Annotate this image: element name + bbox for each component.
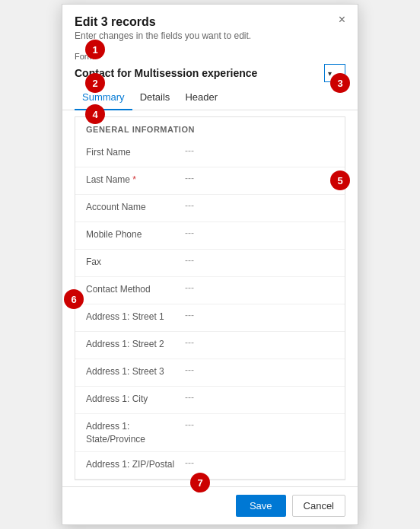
tab-header[interactable]: Header: [177, 87, 225, 110]
content-area: GENERAL INFORMATION First Name---Last Na…: [75, 116, 345, 480]
dialog-header: Edit 3 records Enter changes in the fiel…: [62, 5, 358, 46]
form-name: Contact for Multisession experience: [75, 67, 321, 79]
field-label: Address 1: ZIP/Postal: [86, 457, 185, 471]
table-row: First Name---: [75, 140, 345, 167]
annotation-1: 1: [85, 40, 105, 59]
dialog-subtitle: Enter changes in the fields you want to …: [75, 30, 345, 41]
tab-summary[interactable]: Summary: [75, 87, 132, 110]
tab-details[interactable]: Details: [132, 87, 178, 110]
field-label: Address 1: State/Province: [86, 419, 185, 446]
field-value[interactable]: ---: [185, 392, 334, 403]
table-row: Address 1: ZIP/Postal---: [75, 452, 345, 480]
required-indicator: *: [130, 174, 136, 185]
field-value[interactable]: ---: [185, 337, 334, 348]
annotation-3: 3: [330, 73, 350, 93]
annotation-2: 2: [85, 73, 105, 93]
dialog-footer: Save Cancel: [62, 486, 358, 524]
field-label: Account Name: [86, 200, 185, 214]
field-label: Last Name *: [86, 173, 185, 186]
cancel-button[interactable]: Cancel: [292, 495, 345, 517]
field-label: Mobile Phone: [86, 228, 185, 241]
dialog-title: Edit 3 records: [75, 15, 345, 29]
field-label: Fax: [86, 255, 185, 269]
form-section: Form: [62, 46, 358, 64]
annotation-7: 7: [190, 473, 210, 492]
field-value[interactable]: ---: [185, 365, 334, 375]
field-label: Address 1: City: [86, 392, 185, 406]
table-row: Address 1: Street 3---: [75, 359, 345, 387]
table-row: Account Name---: [75, 195, 345, 222]
page-wrapper: 1 2 3 4 5 6 7 Edit 3 records Enter chang…: [0, 0, 420, 529]
field-label: Contact Method: [86, 282, 185, 296]
field-value[interactable]: ---: [185, 419, 334, 430]
field-label: Address 1: Street 1: [86, 310, 185, 323]
table-row: Last Name *---: [75, 167, 345, 195]
field-value[interactable]: ---: [185, 457, 334, 468]
table-row: Address 1: Street 1---: [75, 304, 345, 332]
chevron-down-icon: ▾: [328, 69, 332, 78]
save-button[interactable]: Save: [236, 495, 286, 517]
field-value[interactable]: ---: [185, 200, 334, 211]
form-name-row: Contact for Multisession experience ▾: [62, 64, 358, 87]
table-row: Fax---: [75, 250, 345, 277]
table-row: Contact Method---: [75, 277, 345, 304]
field-value[interactable]: ---: [185, 310, 334, 320]
section-title: GENERAL INFORMATION: [75, 117, 345, 140]
table-row: Mobile Phone---: [75, 222, 345, 250]
tabs-bar: Summary Details Header: [62, 87, 358, 110]
table-row: Address 1: State/Province---: [75, 414, 345, 452]
table-row: Address 1: City---: [75, 387, 345, 414]
table-row: Address 1: Street 2---: [75, 332, 345, 359]
annotation-6: 6: [64, 289, 84, 309]
close-button[interactable]: ×: [336, 12, 348, 27]
field-value[interactable]: ---: [185, 282, 334, 293]
field-value[interactable]: ---: [185, 228, 334, 238]
field-label: Address 1: Street 3: [86, 365, 185, 378]
edit-records-dialog: Edit 3 records Enter changes in the fiel…: [62, 4, 358, 525]
field-value[interactable]: ---: [185, 145, 334, 156]
annotation-4: 4: [85, 104, 105, 124]
field-label: Address 1: Street 2: [86, 337, 185, 351]
field-value[interactable]: ---: [185, 255, 334, 266]
annotation-5: 5: [330, 170, 350, 190]
field-label: First Name: [86, 145, 185, 159]
field-value[interactable]: ---: [185, 173, 334, 183]
fields-container: First Name---Last Name *---Account Name-…: [75, 140, 345, 480]
